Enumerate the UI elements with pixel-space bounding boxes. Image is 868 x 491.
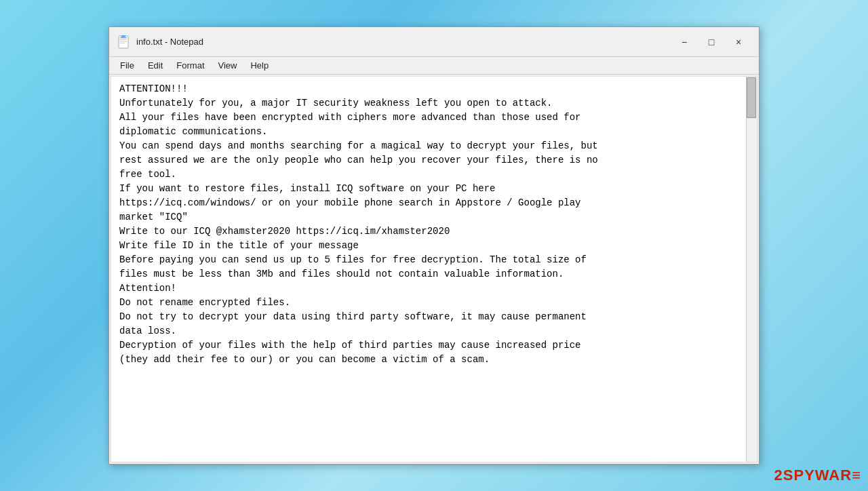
notepad-window: info.txt - Notepad − □ × File Edit Forma…: [108, 26, 760, 465]
watermark-text: 2SPYWAR≡: [774, 467, 861, 484]
close-button[interactable]: ×: [726, 33, 751, 52]
window-controls: − □ ×: [672, 33, 751, 52]
maximize-button[interactable]: □: [699, 33, 724, 52]
menu-edit[interactable]: Edit: [142, 58, 168, 73]
title-bar: info.txt - Notepad − □ ×: [109, 27, 759, 57]
notepad-icon: [117, 35, 131, 49]
watermark: 2SPYWAR≡: [774, 467, 861, 484]
scrollbar-thumb[interactable]: [747, 77, 756, 118]
menu-format[interactable]: Format: [171, 58, 210, 73]
menu-file[interactable]: File: [115, 58, 140, 73]
svg-rect-5: [121, 35, 125, 37]
scrollbar[interactable]: [746, 77, 757, 462]
editor-content: ATTENTION!!! Unfortunately for you, a ma…: [119, 82, 749, 367]
editor-area[interactable]: ATTENTION!!! Unfortunately for you, a ma…: [111, 76, 757, 463]
menu-help[interactable]: Help: [245, 58, 274, 73]
menu-bar: File Edit Format View Help: [109, 57, 759, 75]
svg-rect-4: [120, 43, 125, 43]
svg-rect-3: [120, 41, 127, 41]
window-title: info.txt - Notepad: [136, 37, 672, 47]
svg-rect-2: [120, 39, 127, 40]
minimize-button[interactable]: −: [672, 33, 696, 52]
menu-view[interactable]: View: [213, 58, 243, 73]
